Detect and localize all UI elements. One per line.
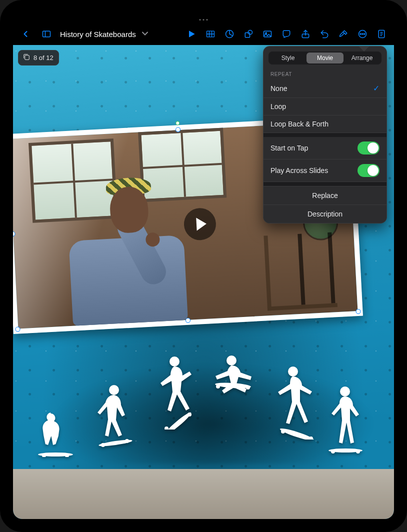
replace-label: Replace — [312, 192, 338, 200]
document-settings-button[interactable] — [374, 26, 389, 42]
selection-handle[interactable] — [356, 309, 361, 314]
svg-point-41 — [331, 450, 335, 454]
home-indicator — [200, 19, 208, 20]
svg-point-33 — [216, 384, 220, 388]
play-across-slides-label: Play Across Slides — [270, 166, 328, 174]
svg-point-25 — [101, 443, 105, 447]
svg-point-9 — [248, 30, 252, 34]
svg-point-30 — [188, 412, 192, 416]
skater-silhouettes — [33, 359, 374, 459]
svg-point-27 — [109, 385, 119, 395]
repeat-option-none[interactable]: None ✓ — [264, 79, 386, 98]
selection-handle[interactable] — [186, 318, 191, 323]
popover-arrow — [359, 46, 369, 52]
play-across-slides-row: Play Across Slides — [264, 160, 386, 182]
insert-media-button[interactable] — [260, 26, 275, 42]
slide-canvas[interactable]: 8 of 12 Style Movie Arrange REPEAT None … — [13, 45, 394, 519]
rotation-handle[interactable] — [176, 121, 180, 125]
comment-button[interactable] — [279, 26, 294, 42]
play-across-slides-toggle[interactable] — [358, 164, 380, 177]
replace-button[interactable]: Replace — [264, 186, 386, 204]
undo-button[interactable] — [317, 26, 332, 42]
svg-point-39 — [288, 366, 298, 376]
svg-rect-0 — [43, 31, 50, 37]
svg-point-43 — [340, 386, 350, 396]
format-tabs: Style Movie Arrange — [268, 52, 382, 64]
description-label: Description — [308, 210, 342, 218]
sidebar-toggle-button[interactable] — [39, 26, 54, 42]
slides-icon — [22, 53, 30, 62]
checkmark-icon: ✓ — [373, 84, 380, 93]
svg-point-14 — [360, 34, 361, 34]
ground-graphic — [13, 469, 394, 519]
description-button[interactable]: Description — [264, 204, 386, 223]
start-on-tap-toggle[interactable] — [358, 142, 380, 154]
svg-point-37 — [281, 430, 285, 434]
start-on-tap-label: Start on Tap — [270, 144, 308, 152]
repeat-section-label: REPEAT — [264, 68, 386, 79]
svg-point-35 — [226, 356, 236, 366]
format-panel: Style Movie Arrange REPEAT None ✓ Loop L… — [263, 46, 387, 224]
back-button[interactable] — [18, 26, 33, 42]
svg-rect-8 — [245, 33, 250, 38]
repeat-option-loop[interactable]: Loop — [264, 98, 386, 116]
selection-handle[interactable] — [15, 326, 20, 332]
chevron-down-icon — [140, 28, 150, 40]
svg-point-29 — [164, 426, 168, 430]
tab-movie[interactable]: Movie — [306, 52, 344, 64]
repeat-backforth-label: Loop Back & Forth — [270, 120, 328, 128]
svg-point-16 — [364, 34, 365, 34]
svg-rect-44 — [25, 56, 30, 60]
svg-point-15 — [362, 34, 363, 34]
slide-counter[interactable]: 8 of 12 — [18, 50, 59, 66]
tab-arrange[interactable]: Arrange — [344, 52, 380, 64]
app-toolbar: History of Skateboards — [13, 23, 394, 45]
document-title-text: History of Skateboards — [60, 30, 136, 38]
svg-point-26 — [125, 439, 129, 443]
svg-marker-2 — [189, 30, 195, 37]
svg-point-42 — [356, 450, 360, 454]
format-button[interactable] — [336, 26, 351, 42]
svg-point-11 — [266, 32, 267, 34]
start-on-tap-row: Start on Tap — [264, 137, 386, 160]
tab-style[interactable]: Style — [270, 52, 306, 64]
insert-chart-button[interactable] — [222, 26, 237, 42]
repeat-option-back-forth[interactable]: Loop Back & Forth — [264, 116, 386, 133]
svg-point-34 — [246, 386, 250, 390]
repeat-none-label: None — [270, 84, 287, 92]
slide-counter-text: 8 of 12 — [34, 54, 54, 62]
insert-table-button[interactable] — [203, 26, 218, 42]
insert-shape-button[interactable] — [241, 26, 256, 42]
svg-point-31 — [170, 356, 180, 366]
play-presentation-button[interactable] — [184, 26, 199, 42]
more-button[interactable] — [355, 26, 370, 42]
document-title[interactable]: History of Skateboards — [60, 28, 150, 40]
share-button[interactable] — [298, 26, 313, 42]
repeat-loop-label: Loop — [270, 102, 286, 110]
